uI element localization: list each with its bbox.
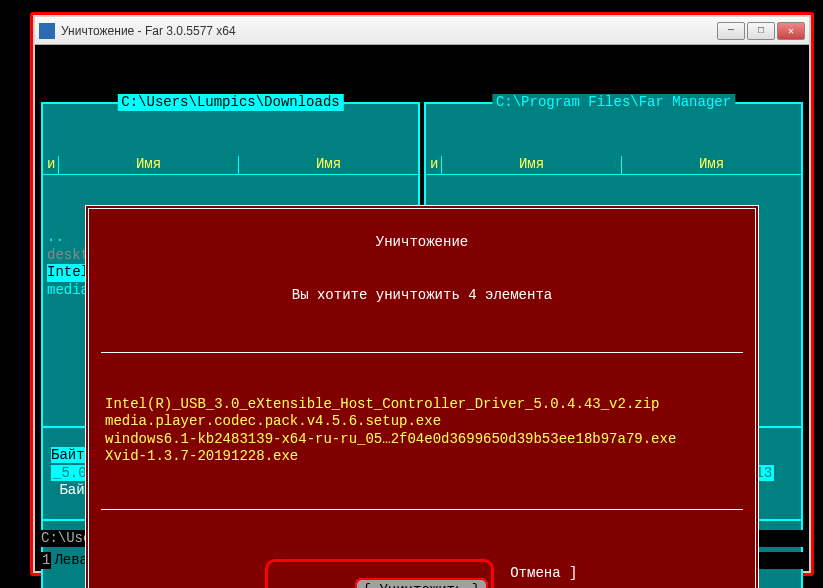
col-name2: Имя [239,156,418,174]
dialog-divider [101,352,743,353]
dialog-divider2 [101,509,743,510]
left-panel-path: C:\Users\Lumpics\Downloads [117,94,343,112]
close-button[interactable]: ✕ [777,22,805,40]
col-name2: Имя [622,156,801,174]
minimize-button[interactable]: ─ [717,22,745,40]
col-n: и [426,156,442,174]
dialog-title: Уничтожение [368,234,476,252]
dialog-buttons: { Уничтожить } Отмена ] [89,559,755,589]
window-controls: ─ □ ✕ [717,22,805,40]
right-panel-header: и Имя Имя [426,156,801,175]
app-window: Уничтожение - Far 3.0.5577 x64 ─ □ ✕ C:\… [32,14,812,574]
right-panel-path: C:\Program Files\Far Manager [492,94,735,112]
cancel-button[interactable]: Отмена ] [508,559,579,589]
col-n: и [43,156,59,174]
titlebar: Уничтожение - Far 3.0.5577 x64 ─ □ ✕ [35,17,809,45]
left-panel-header: и Имя Имя [43,156,418,175]
left-dotdot[interactable]: .. [47,229,64,245]
console-area: C:\Users\Lumpics\Downloads и Имя Имя .. … [35,45,809,571]
col-name: Имя [59,156,239,174]
destroy-button[interactable]: { Уничтожить } [355,578,489,588]
destroy-dialog: Уничтожение Вы хотите уничтожить 4 элеме… [85,205,759,588]
col-name: Имя [442,156,622,174]
dialog-file-list: Intel(R)_USB_3.0_eXtensible_Host_Control… [89,392,755,470]
window-title: Уничтожение - Far 3.0.5577 x64 [61,24,717,38]
destroy-button-highlight: { Уничтожить } [265,559,495,589]
dialog-message: Вы хотите уничтожить 4 элемента [89,287,755,305]
app-icon [39,23,55,39]
maximize-button[interactable]: □ [747,22,775,40]
